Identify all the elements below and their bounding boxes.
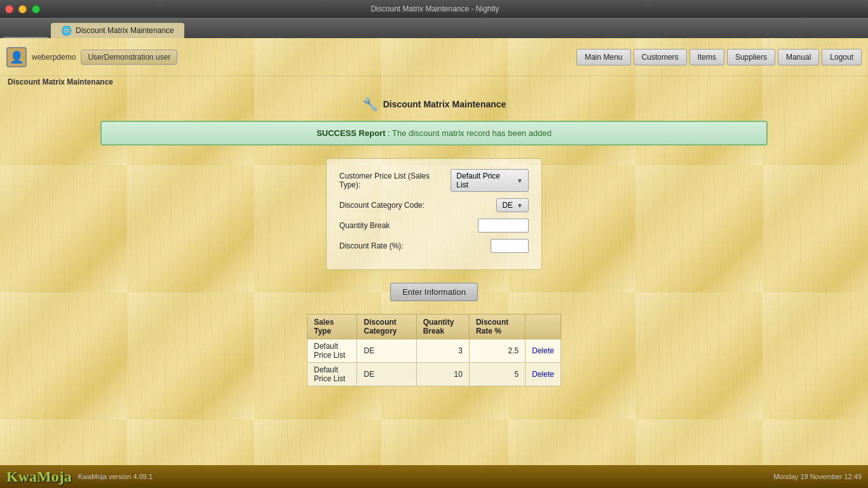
cell-sales-type: Default Price List [308,339,357,363]
enter-information-button[interactable]: Enter Information [390,283,478,301]
table-header-row: Sales Type Discount Category Quantity Br… [308,315,561,339]
nav-buttons: Main Menu Customers Items Suppliers Manu… [576,49,862,65]
manual-button[interactable]: Manual [778,49,819,65]
discount-rate-input[interactable] [491,239,529,253]
tab-icon: 🌐 [61,25,72,36]
quantity-break-input[interactable] [478,219,529,233]
discount-matrix-table: Sales Type Discount Category Quantity Br… [307,314,561,386]
success-label: SUCCESS Report [316,128,385,138]
discount-category-value: DE [502,201,513,210]
main-menu-button[interactable]: Main Menu [576,49,630,65]
discount-rate-label: Discount Rate (%): [339,241,403,250]
discount-category-label: Discount Category Code: [339,201,424,210]
dropdown-arrow: ▼ [517,177,523,184]
footer: KwaMoja KwaMoja version 4.09.1 Monday 19… [0,465,868,488]
cell-action: Delete [526,363,561,386]
col-discount-category: Discount Category [357,315,416,339]
table-body: Default Price List DE 3 2.5 Delete Defau… [308,339,561,386]
cell-discount-rate: 5 [469,363,525,386]
form-title-text: Discount Matrix Maintenance [383,99,506,109]
window-title: Discount Matrix Maintenance - Nightly [7,4,863,13]
cell-action: Delete [526,339,561,363]
discount-category-row: Discount Category Code: DE ▼ [339,198,529,212]
cell-quantity-break: 3 [416,339,469,363]
wrench-icon: 🔧 [362,97,378,112]
col-sales-type: Sales Type [308,315,357,339]
page-title: Discount Matrix Maintenance [8,78,113,86]
suppliers-button[interactable]: Suppliers [727,49,775,65]
customers-button[interactable]: Customers [634,49,687,65]
discount-rate-row: Discount Rate (%): [339,239,529,253]
cell-discount-category: DE [357,339,416,363]
tabbar: Nightly ▼ 🌐 Discount Matrix Maintenance [0,18,868,38]
footer-date: Monday 19 November 12:49 [773,473,862,480]
customer-price-list-row: Customer Price List (Sales Type): Defaul… [339,169,529,192]
customer-price-list-dropdown[interactable]: Default Price List ▼ [451,169,529,192]
col-discount-rate: Discount Rate % [469,315,525,339]
logo-area: KwaMoja KwaMoja version 4.09.1 [6,468,153,485]
cell-discount-category: DE [357,363,416,386]
delete-link[interactable]: Delete [532,370,554,379]
active-tab[interactable]: 🌐 Discount Matrix Maintenance [51,23,184,38]
customer-price-list-value: Default Price List [456,172,513,189]
customer-price-list-label: Customer Price List (Sales Type): [339,172,451,189]
col-quantity-break: Quantity Break [416,315,469,339]
quantity-break-row: Quantity Break [339,219,529,233]
cell-quantity-break: 10 [416,363,469,386]
table-row: Default Price List DE 10 5 Delete [308,363,561,386]
header: 👤 weberpdemo UserDemonstration user Main… [0,38,868,76]
user-badge: UserDemonstration user [81,50,177,65]
user-area: 👤 weberpdemo UserDemonstration user [6,47,177,67]
col-action [526,315,561,339]
quantity-break-label: Quantity Break [339,221,390,230]
cell-discount-rate: 2.5 [469,339,525,363]
dropdown-arrow2: ▼ [517,202,523,209]
app-container: 👤 weberpdemo UserDemonstration user Main… [0,38,868,488]
success-banner: SUCCESS Report : The discount matrix rec… [100,121,768,146]
user-icon: 👤 [6,47,27,67]
cell-sales-type: Default Price List [308,363,357,386]
username: weberpdemo [32,53,76,62]
success-message: : The discount matrix record has been ad… [386,128,552,138]
items-button[interactable]: Items [689,49,724,65]
logo: KwaMoja [6,468,72,485]
discount-category-dropdown[interactable]: DE ▼ [496,198,529,212]
delete-link[interactable]: Delete [532,346,554,355]
form-title: 🔧 Discount Matrix Maintenance [362,97,506,112]
titlebar: Discount Matrix Maintenance - Nightly [0,0,868,18]
breadcrumb: Discount Matrix Maintenance [0,76,868,90]
version-text: KwaMoja version 4.09.1 [78,473,153,480]
logout-button[interactable]: Logout [822,49,862,65]
table-row: Default Price List DE 3 2.5 Delete [308,339,561,363]
content-area: 🔧 Discount Matrix Maintenance SUCCESS Re… [0,90,868,393]
form-box: Customer Price List (Sales Type): Defaul… [326,158,542,270]
tab-label: Discount Matrix Maintenance [76,26,174,35]
